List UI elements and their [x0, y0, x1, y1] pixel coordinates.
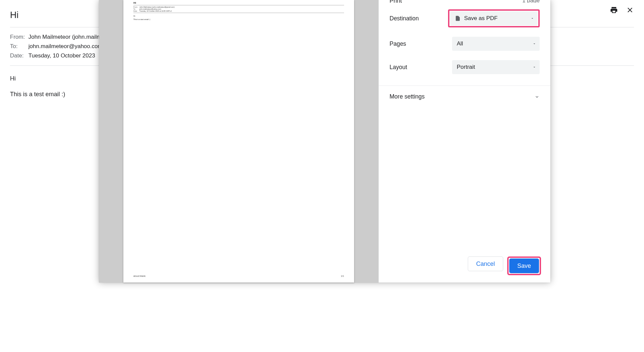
chevron-down-icon — [532, 42, 536, 46]
more-settings[interactable]: More settings — [379, 86, 550, 108]
page-count: 1 page — [522, 0, 540, 3]
highlight-destination: Save as PDF — [448, 9, 540, 27]
preview-subject: Hi — [133, 0, 344, 5]
pages-value: All — [457, 40, 463, 47]
chevron-down-icon — [534, 94, 540, 100]
preview-footer: about:blank 1/1 — [133, 275, 344, 277]
dialog-buttons: Cancel Save — [379, 249, 550, 283]
layout-dropdown[interactable]: Portrait — [452, 60, 540, 74]
cancel-button[interactable]: Cancel — [468, 256, 503, 271]
date-label: Date: — [10, 52, 28, 59]
to-label: To: — [10, 43, 28, 50]
print-icon[interactable] — [610, 6, 618, 15]
destination-value: Save as PDF — [464, 15, 498, 22]
print-title: Print — [390, 0, 402, 3]
print-header: Print 1 page — [379, 0, 550, 3]
setting-layout: Layout Portrait — [390, 60, 540, 74]
more-settings-label: More settings — [390, 93, 425, 100]
preview-url: about:blank — [133, 275, 145, 277]
print-preview-area: Hi From:John Mailmeteor (john.mailmeteor… — [99, 0, 379, 283]
preview-body: Hi This is a test email :) — [133, 13, 344, 20]
close-icon[interactable] — [626, 6, 634, 15]
preview-meta: From:John Mailmeteor (john.mailmeteor@gm… — [133, 5, 344, 13]
save-button[interactable]: Save — [509, 258, 539, 273]
highlight-save: Save — [507, 256, 541, 275]
pages-label: Pages — [390, 40, 406, 47]
destination-label: Destination — [390, 15, 419, 22]
pages-dropdown[interactable]: All — [452, 37, 540, 51]
print-dialog: Hi From:John Mailmeteor (john.mailmeteor… — [99, 0, 550, 283]
preview-page-number: 1/1 — [341, 275, 344, 277]
toolbar-topright — [610, 6, 634, 15]
destination-dropdown[interactable]: Save as PDF — [450, 11, 538, 25]
to-value: john.mailmeteor@yahoo.com — [28, 43, 102, 50]
setting-destination: Destination Save as PDF — [390, 9, 540, 27]
from-label: From: — [10, 34, 28, 40]
document-icon — [455, 15, 461, 22]
print-settings-panel: Print 1 page Destination Save as PDF — [379, 0, 550, 283]
setting-pages: Pages All — [390, 37, 540, 51]
chevron-down-icon — [530, 16, 534, 20]
preview-page: Hi From:John Mailmeteor (john.mailmeteor… — [123, 0, 354, 283]
chevron-down-icon — [532, 65, 536, 69]
layout-value: Portrait — [457, 64, 475, 70]
layout-label: Layout — [390, 64, 407, 71]
date-value: Tuesday, 10 October 2023 — [28, 52, 95, 59]
